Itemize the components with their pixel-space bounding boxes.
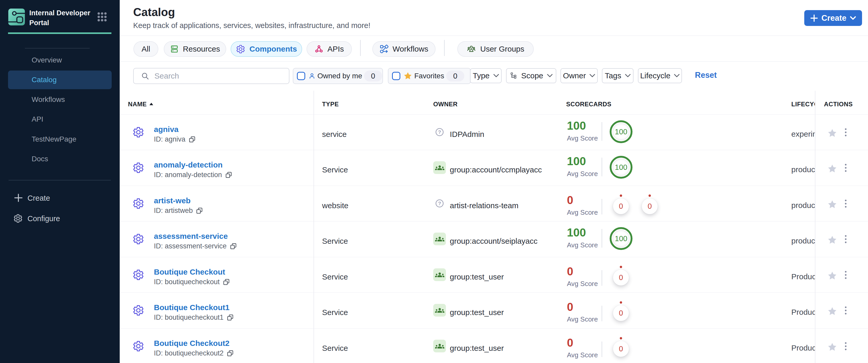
svg-text:?: ? bbox=[438, 201, 441, 206]
svg-text:?: ? bbox=[438, 129, 441, 135]
